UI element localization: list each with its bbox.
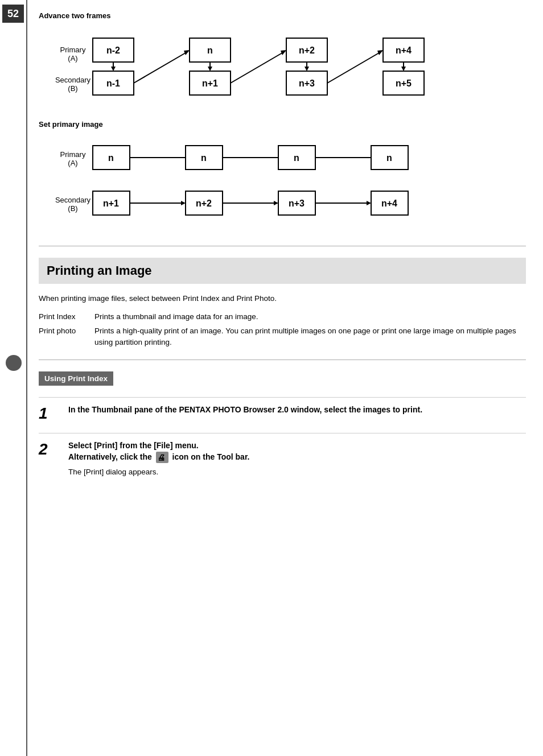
chapter-title: Printing an Image xyxy=(47,263,152,278)
set-primary-image-section: Set primary image Primary (A) Secondary … xyxy=(39,120,526,229)
svg-text:(B): (B) xyxy=(68,204,77,213)
svg-marker-29 xyxy=(305,67,309,71)
def-desc-1: Prints a high-quality print of an image.… xyxy=(94,325,526,349)
step-1-content: In the Thumbnail pane of the PENTAX PHOT… xyxy=(68,404,526,419)
advance-two-frames-diagram: Primary (A) Secondary (B) n-2 n n+2 n+4 … xyxy=(39,27,505,101)
svg-marker-60 xyxy=(274,201,278,205)
svg-marker-25 xyxy=(208,67,212,71)
subsection-heading: Using Print Index xyxy=(39,371,113,386)
svg-marker-62 xyxy=(367,201,371,205)
print-icon xyxy=(156,452,168,463)
step-2-body: The [Print] dialog appears. xyxy=(68,466,526,478)
intro-text: When printing image files, select betwee… xyxy=(39,293,526,304)
svg-line-26 xyxy=(231,51,285,83)
svg-text:n+4: n+4 xyxy=(396,46,412,55)
svg-text:n: n xyxy=(201,153,207,163)
def-desc-0: Prints a thumbnail and image data for an… xyxy=(94,311,526,323)
svg-marker-23 xyxy=(184,50,190,55)
svg-text:n+1: n+1 xyxy=(202,79,218,88)
svg-text:n+1: n+1 xyxy=(103,199,119,208)
def-term-0: Print Index xyxy=(39,311,90,323)
main-content: Advance two frames Primary (A) Secondary… xyxy=(27,0,543,756)
svg-text:n: n xyxy=(207,46,213,55)
chapter-heading: Printing an Image xyxy=(39,258,526,284)
svg-marker-21 xyxy=(111,67,116,71)
definitions-list: Print Index Prints a thumbnail and image… xyxy=(39,311,526,348)
svg-text:n: n xyxy=(294,153,299,163)
step-1-title: In the Thumbnail pane of the PENTAX PHOT… xyxy=(68,404,526,416)
svg-text:(B): (B) xyxy=(68,84,77,93)
svg-text:n: n xyxy=(108,153,114,163)
svg-text:Secondary: Secondary xyxy=(55,196,91,204)
svg-marker-33 xyxy=(401,67,406,71)
svg-text:n+4: n+4 xyxy=(381,199,397,208)
section-icon xyxy=(6,355,22,371)
svg-text:n+3: n+3 xyxy=(299,79,315,88)
svg-line-30 xyxy=(327,51,382,83)
advance-two-frames-section: Advance two frames Primary (A) Secondary… xyxy=(39,11,526,103)
svg-text:n+5: n+5 xyxy=(396,79,412,88)
svg-text:(A): (A) xyxy=(68,54,77,63)
step-2-content: Select [Print] from the [File] menu. Alt… xyxy=(68,440,526,478)
section-divider-2 xyxy=(39,360,526,360)
advance-two-frames-title: Advance two frames xyxy=(39,11,526,20)
step-2-title: Select [Print] from the [File] menu. Alt… xyxy=(68,440,526,463)
svg-text:n-1: n-1 xyxy=(106,79,120,88)
svg-text:n+2: n+2 xyxy=(299,46,315,55)
svg-line-22 xyxy=(134,51,188,83)
svg-text:n+2: n+2 xyxy=(196,199,212,208)
svg-text:Primary: Primary xyxy=(60,46,86,54)
set-primary-image-title: Set primary image xyxy=(39,120,526,129)
svg-text:n+3: n+3 xyxy=(289,199,305,208)
svg-marker-58 xyxy=(181,201,186,205)
svg-marker-31 xyxy=(377,50,383,55)
sidebar: 52 xyxy=(0,0,27,756)
def-term-1: Print photo xyxy=(39,325,90,349)
svg-text:(A): (A) xyxy=(68,159,77,167)
set-primary-diagram: Primary (A) Secondary (B) n n n n n+1 xyxy=(39,135,505,226)
step-1-number: 1 xyxy=(39,406,61,422)
svg-text:n: n xyxy=(386,153,392,163)
svg-text:n-2: n-2 xyxy=(106,46,120,55)
step-2: 2 Select [Print] from the [File] menu. A… xyxy=(39,433,526,478)
svg-marker-27 xyxy=(281,50,286,55)
step-2-number: 2 xyxy=(39,441,61,457)
svg-text:Primary: Primary xyxy=(60,150,86,159)
section-divider xyxy=(39,246,526,246)
svg-text:Secondary: Secondary xyxy=(55,76,91,84)
step-1: 1 In the Thumbnail pane of the PENTAX PH… xyxy=(39,397,526,422)
page-number: 52 xyxy=(2,5,24,23)
